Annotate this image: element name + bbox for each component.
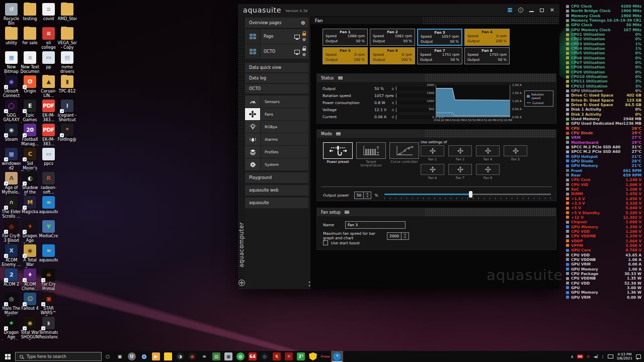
sidebar-device-item[interactable]: Profiles bbox=[245, 146, 308, 158]
chrome-icon[interactable] bbox=[138, 351, 150, 362]
desktop-icon[interactable]: testing bbox=[21, 3, 39, 27]
close-button[interactable]: × bbox=[550, 8, 554, 13]
photos-app-icon[interactable]: ◑ bbox=[174, 351, 186, 362]
desktop-icon[interactable]: AMD_Store... bbox=[58, 3, 76, 27]
lens-icon[interactable]: ◎ bbox=[259, 351, 271, 362]
desktop-icon[interactable]: * Folding@... bbox=[58, 123, 76, 147]
fan-tile[interactable]: Fan 3 Speed1057 rpm Output50 % bbox=[417, 29, 462, 46]
desktop-icon[interactable]: A Age of Mytholo... bbox=[2, 171, 21, 196]
desktop-icon[interactable]: ▣ STAR WARS™ B... bbox=[39, 292, 58, 316]
desktop-icon[interactable]: E Epic Games Launcher bbox=[21, 99, 39, 123]
audio-wave-icon[interactable]: ≈ bbox=[198, 351, 210, 362]
desktop-icon[interactable]: ▲ Corsair-LIN... bbox=[39, 75, 58, 99]
overview-pages-header[interactable]: Overview pages ⊕ bbox=[245, 18, 308, 28]
desktop-icon[interactable]: ≡ New Text Document bbox=[21, 51, 39, 75]
monitor-icon[interactable] bbox=[294, 50, 300, 54]
output-power-slider[interactable] bbox=[384, 191, 551, 199]
fan-tile[interactable]: Fan 2 Speed1061 rpm Output50 % bbox=[370, 29, 415, 46]
slider-thumb[interactable] bbox=[469, 191, 472, 198]
panel-menu-icon[interactable] bbox=[345, 211, 349, 214]
sidebar-section-item[interactable]: Data quick view bbox=[245, 63, 308, 72]
use-settings-fan-button[interactable]: Fan 7 bbox=[448, 164, 472, 180]
prime-logo-icon[interactable]: Prime bbox=[319, 351, 331, 362]
panel-menu-icon[interactable] bbox=[338, 76, 343, 80]
desktop-icon[interactable]: ◉ A Total War Saga TROY bbox=[21, 244, 39, 268]
minimize-button[interactable] bbox=[529, 11, 534, 12]
output-power-stepper[interactable]: 50 ▴▾ bbox=[354, 192, 372, 199]
titlebar[interactable]: aquasuite Version X.38 i × bbox=[238, 4, 559, 16]
mode-preset-button[interactable]: Power preset bbox=[323, 142, 353, 167]
desktop-icon[interactable]: PDF EK-IM-383... bbox=[39, 123, 58, 147]
aida64-tray-icon[interactable]: 64 bbox=[577, 354, 583, 358]
fan-tile[interactable]: Fan 4 Speed0 rpm Output100 % bbox=[464, 29, 510, 46]
security-shield-icon[interactable] bbox=[307, 351, 319, 362]
fan-tile[interactable]: Fan 1 Speed1068 rpm Output50 % bbox=[323, 29, 368, 46]
desktop-icon[interactable]: M Magicka bbox=[21, 196, 39, 220]
desktop-icon[interactable]: ≈ aquasuite bbox=[39, 244, 58, 268]
fan-tile[interactable]: Fan 5 Speed0 rpm Output100 % bbox=[323, 47, 368, 64]
desktop-icon[interactable]: ▼ MediaCreat... bbox=[39, 220, 58, 244]
max-speed-stepper[interactable]: 2000 ▴▾ bbox=[387, 232, 409, 240]
panel-menu-icon[interactable] bbox=[336, 132, 341, 136]
desktop-icon[interactable]: ▦ New Bitmap Image bbox=[2, 51, 21, 75]
aquasuite-taskbar-icon[interactable]: * bbox=[331, 351, 343, 362]
overview-page-row[interactable]: OCTO bbox=[245, 44, 308, 59]
use-settings-fan-button[interactable]: Fan 5 bbox=[504, 145, 527, 161]
throttlestop-icon[interactable]: ☼ bbox=[283, 351, 295, 362]
desktop-icon[interactable]: R radeon-soft... bbox=[39, 171, 58, 196]
lock-icon[interactable] bbox=[302, 48, 306, 51]
tray-clock[interactable]: 4:53 PM 3/6/2021 bbox=[617, 352, 632, 360]
gear-icon[interactable] bbox=[302, 52, 306, 57]
cpu-z-icon[interactable]: ▣ bbox=[222, 351, 234, 362]
video-player-icon[interactable]: ▶ bbox=[150, 351, 162, 362]
desktop-icon[interactable]: ≡ covid bbox=[39, 3, 58, 27]
info-icon[interactable]: i bbox=[518, 8, 523, 13]
tray-chevron-icon[interactable]: ∧ bbox=[571, 354, 574, 359]
amd-tray-icon[interactable]: × bbox=[587, 354, 590, 359]
desktop-icon[interactable]: ◯ GOG GALAXY bbox=[2, 99, 21, 123]
sidebar-device-item[interactable]: RGBpx bbox=[245, 121, 308, 133]
desktop-icon[interactable]: ◉ Total War SHOGUN 2 bbox=[21, 316, 39, 340]
task-view-icon[interactable]: ▣ bbox=[114, 351, 126, 362]
fan-tile[interactable]: Fan 6 Speed0 rpm Output100 % bbox=[370, 47, 415, 64]
use-settings-fan-button[interactable]: Fan 4 bbox=[476, 145, 500, 161]
use-settings-fan-button[interactable]: Fan 2 bbox=[448, 145, 472, 161]
sidebar-device-item[interactable]: Alarms bbox=[245, 133, 308, 145]
desktop-icon[interactable]: ≡ eli college va bbox=[39, 27, 58, 51]
volume-icon[interactable]: ◄) bbox=[593, 354, 598, 359]
desktop-icon[interactable]: ▭ pp bbox=[39, 51, 58, 75]
desktop-icon[interactable]: ∩ The Elder Scrolls ... bbox=[2, 196, 21, 220]
gpu-z-icon[interactable]: ▤ bbox=[210, 351, 222, 362]
sidebar-section-item[interactable]: aquasuite web bbox=[245, 185, 308, 196]
desktop-icon[interactable]: ☺ Fallout 4 bbox=[21, 292, 39, 316]
action-center-icon[interactable] bbox=[636, 354, 641, 359]
desktop-icon[interactable]: PDF EK-IM-383... bbox=[39, 99, 58, 123]
sidebar-section-item[interactable]: Playground bbox=[245, 172, 308, 183]
desktop-icon[interactable]: ◎ Far Cry® 3 Blood Dr... bbox=[2, 220, 21, 244]
sidebar-device-item[interactable]: Fans bbox=[245, 108, 308, 120]
desktop-icon[interactable]: ★ Dragon Age Inquisition bbox=[2, 316, 21, 340]
desktop-icon[interactable]: 20 Football Manag... bbox=[21, 123, 39, 147]
maximize-button[interactable] bbox=[540, 9, 544, 12]
lock-icon[interactable] bbox=[302, 33, 306, 36]
sidebar-section-item[interactable]: OCTO bbox=[245, 84, 308, 94]
desktop-icon[interactable]: utility bbox=[2, 27, 21, 51]
aida64-icon[interactable]: 64 bbox=[247, 351, 259, 362]
desktop-icon[interactable]: VEGA_Soft... - Copy bbox=[58, 27, 76, 51]
desktop-icon[interactable]: ▦ windowed d2 bbox=[2, 147, 21, 171]
desktop-icon[interactable]: C Sid Meier's Civilization ... bbox=[21, 147, 39, 171]
desktop-icon[interactable]: ◉ Ubisoft Connect bbox=[2, 75, 21, 99]
desktop-icon[interactable]: ▤ nvme drivers bbox=[58, 51, 76, 75]
desktop-icon[interactable]: ◉ Steam bbox=[2, 123, 21, 147]
start-boost-checkbox[interactable] bbox=[323, 240, 328, 245]
ur-browser-icon[interactable]: U bbox=[126, 351, 138, 362]
use-settings-fan-button[interactable]: Fan 6 bbox=[421, 164, 444, 180]
desktop-icon[interactable]: I icegiant - Shortcut bbox=[58, 99, 76, 123]
desktop-icon[interactable]: 2 XCOM 2 bbox=[2, 268, 21, 292]
mode-preset-button[interactable]: Curve controller bbox=[389, 142, 419, 167]
overview-page-row[interactable]: Page bbox=[245, 29, 308, 44]
desktop-icon[interactable]: ☠ Far Cry Primal bbox=[39, 268, 58, 292]
desktop-icon[interactable]: ♦ Dragon Age Origins bbox=[21, 220, 39, 244]
start-button[interactable] bbox=[0, 351, 15, 362]
sidebar-device-item[interactable]: Sensors bbox=[245, 96, 308, 108]
